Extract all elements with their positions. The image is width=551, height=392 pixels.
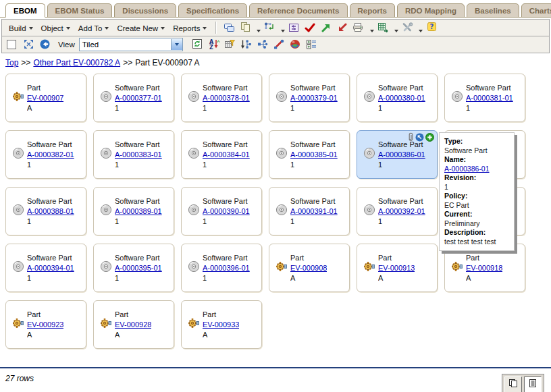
- tile-a-0000380-01[interactable]: Software PartA-0000380-011: [357, 74, 438, 122]
- tab-rdo-mapping[interactable]: RDO Mapping: [397, 3, 465, 18]
- promote-button[interactable]: [318, 21, 334, 34]
- go-button[interactable]: [36, 37, 53, 51]
- menu-object[interactable]: Object: [38, 22, 75, 34]
- tile-name-link[interactable]: A-0000392-01: [378, 207, 425, 215]
- menu-build[interactable]: Build: [5, 22, 38, 34]
- tile-a-0000388-01[interactable]: Software PartA-0000388-011: [5, 187, 86, 235]
- new-window-button[interactable]: [221, 21, 237, 34]
- tile-view-button[interactable]: [504, 376, 522, 392]
- tile-name-link[interactable]: A-0000386-01: [378, 150, 425, 159]
- sort-button[interactable]: AZ: [206, 37, 222, 51]
- tab-reference-documents[interactable]: Reference Documents: [249, 3, 347, 18]
- tile-name-link[interactable]: A-0000377-01: [115, 94, 162, 102]
- tile-a-0000377-01[interactable]: Software PartA-0000377-011: [93, 74, 174, 122]
- tile-a-0000384-01[interactable]: Software PartA-0000384-011: [181, 130, 262, 179]
- tile-name-link[interactable]: A-0000385-01: [290, 150, 338, 159]
- help-button[interactable]: ?: [423, 20, 440, 34]
- filter-button[interactable]: [222, 38, 238, 51]
- navigate-button[interactable]: [415, 133, 424, 142]
- chart-button[interactable]: [287, 38, 303, 51]
- tile-name-link[interactable]: A-0000388-01: [27, 207, 74, 215]
- tile-a-0000382-01[interactable]: Software PartA-0000382-011: [5, 130, 86, 179]
- tile-a-0000392-01[interactable]: Software PartA-0000392-011: [357, 187, 438, 235]
- tile-name-link[interactable]: A-0000382-01: [27, 150, 74, 159]
- chevron-down-icon[interactable]: [171, 39, 182, 50]
- approve-button[interactable]: [302, 21, 318, 34]
- tile-a-0000394-01[interactable]: Software PartA-0000394-011: [5, 244, 86, 292]
- tile-ev-000933[interactable]: PartEV-000933A: [181, 300, 262, 349]
- tile-a-0000389-01[interactable]: Software PartA-0000389-011: [93, 187, 174, 235]
- menu-reports[interactable]: Reports: [169, 22, 211, 34]
- tab-ebom[interactable]: EBOM: [5, 3, 45, 18]
- attachment-button[interactable]: [408, 132, 414, 142]
- print-dropdown[interactable]: [367, 30, 375, 32]
- refresh-button[interactable]: [190, 37, 206, 51]
- view-select[interactable]: Tiled: [79, 38, 183, 51]
- tile-name-link[interactable]: A-0000380-01: [378, 94, 425, 102]
- tile-a-0000386-01[interactable]: Software PartA-0000386-011: [357, 130, 438, 179]
- breadcrumb-link[interactable]: Other Part EV-000782 A: [33, 58, 120, 67]
- copy-button[interactable]: [237, 20, 253, 34]
- tile-name-link[interactable]: A-0000384-01: [203, 150, 250, 159]
- tile-name-link[interactable]: EV-000923: [27, 320, 63, 329]
- tile-name-link[interactable]: A-0000389-01: [115, 207, 162, 215]
- tile-ev-000908[interactable]: PartEV-000908A: [269, 244, 350, 292]
- tree-button[interactable]: [255, 38, 271, 51]
- tile-a-0000381-01[interactable]: Software PartA-0000381-011: [444, 74, 525, 122]
- tile-name-link[interactable]: EV-000918: [466, 264, 502, 272]
- breadcrumb-link[interactable]: Top: [5, 58, 18, 67]
- tile-a-0000383-01[interactable]: Software PartA-0000383-011: [93, 130, 174, 179]
- compare-button[interactable]: [286, 21, 302, 34]
- print-button[interactable]: [350, 21, 367, 34]
- tools-dropdown[interactable]: [415, 30, 423, 32]
- demote-button[interactable]: [334, 21, 350, 34]
- tile-name-link[interactable]: A-0000396-01: [203, 264, 250, 272]
- add-button[interactable]: [425, 133, 434, 142]
- tile-name-link[interactable]: A-0000379-01: [290, 94, 338, 102]
- tile-a-0000391-01[interactable]: Software PartA-0000391-011: [269, 187, 350, 235]
- tile-name-link[interactable]: EV-000928: [115, 320, 151, 329]
- export-button[interactable]: [375, 21, 391, 34]
- tile-name-link[interactable]: A-0000381-01: [466, 94, 513, 102]
- tab-specifications[interactable]: Specifications: [178, 3, 247, 18]
- paste-structure-dropdown[interactable]: [278, 30, 286, 32]
- tile-name-link[interactable]: EV-000907: [27, 94, 63, 102]
- tools-button[interactable]: [399, 21, 415, 34]
- tile-name-link[interactable]: EV-000933: [203, 320, 239, 329]
- tab-baselines[interactable]: Baselines: [467, 3, 519, 18]
- tile-a-0000385-01[interactable]: Software PartA-0000385-011: [269, 130, 350, 179]
- tile-ev-000928[interactable]: PartEV-000928A: [93, 300, 174, 349]
- tile-name-link[interactable]: EV-000908: [290, 264, 327, 272]
- tab-charts[interactable]: Charts: [521, 3, 551, 18]
- tile-name-link[interactable]: A-0000390-01: [203, 207, 250, 215]
- paste-structure-button[interactable]: [261, 20, 278, 34]
- export-dropdown[interactable]: [391, 30, 399, 32]
- tab-discussions[interactable]: Discussions: [114, 3, 176, 18]
- tile-a-0000396-01[interactable]: Software PartA-0000396-011: [181, 244, 262, 292]
- select-all-checkbox[interactable]: [7, 40, 16, 49]
- disconnect-button[interactable]: [271, 38, 287, 51]
- copy-dropdown[interactable]: [253, 30, 261, 32]
- tile-name-link[interactable]: A-0000378-01: [203, 94, 250, 102]
- tab-reports[interactable]: Reports: [350, 3, 395, 18]
- tile-a-0000379-01[interactable]: Software PartA-0000379-011: [269, 74, 350, 122]
- levels-button[interactable]: [238, 38, 255, 51]
- tile-a-0000395-01[interactable]: Software PartA-0000395-011: [93, 244, 174, 292]
- tile-name-link[interactable]: A-0000394-01: [27, 264, 74, 272]
- tile-a-0000390-01[interactable]: Software PartA-0000390-011: [181, 187, 262, 235]
- tab-ebom-status[interactable]: EBOM Status: [47, 3, 113, 18]
- tile-ev-000923[interactable]: PartEV-000923A: [5, 300, 86, 349]
- tile-a-0000378-01[interactable]: Software PartA-0000378-011: [181, 74, 262, 122]
- tile-name-link[interactable]: A-0000395-01: [115, 264, 162, 272]
- menu-add-to[interactable]: Add To: [75, 22, 114, 34]
- tile-name-link[interactable]: A-0000383-01: [115, 150, 162, 159]
- tile-name-link[interactable]: A-0000391-01: [290, 207, 338, 215]
- expand-all-button[interactable]: [20, 37, 36, 51]
- tooltip-name-link[interactable]: A-0000386-01: [444, 165, 490, 173]
- tile-ev-000913[interactable]: PartEV-000913A: [357, 244, 438, 292]
- tile-ev-000907[interactable]: PartEV-000907A: [5, 74, 86, 122]
- menu-create-new[interactable]: Create New: [113, 22, 169, 34]
- expand-rows-button[interactable]: [303, 38, 319, 51]
- tile-name-link[interactable]: EV-000913: [378, 264, 415, 272]
- list-view-button[interactable]: [524, 376, 542, 392]
